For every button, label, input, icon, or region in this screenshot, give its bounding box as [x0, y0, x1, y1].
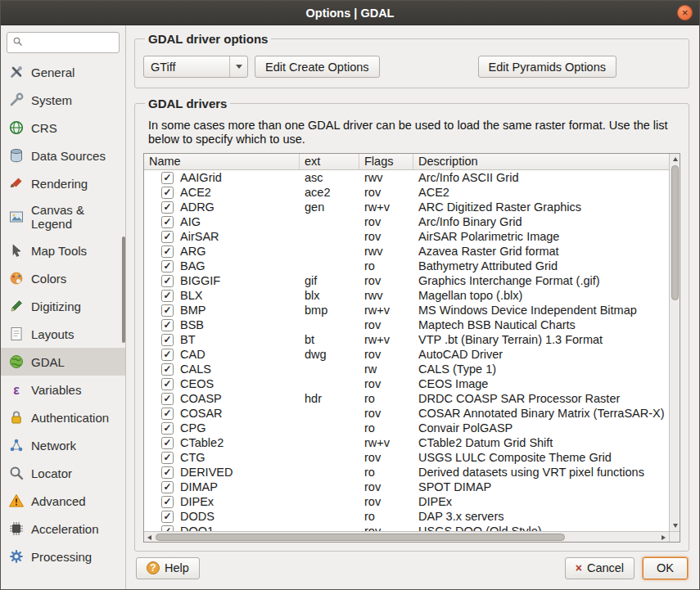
table-row[interactable]: ✓ AIG rov Arc/Info Binary Grid	[144, 214, 669, 229]
horizontal-scrollbar[interactable]	[144, 531, 669, 542]
table-row[interactable]: ✓ CTable2 rw+v CTable2 Datum Grid Shift	[144, 435, 669, 450]
close-icon[interactable]: ×	[677, 5, 693, 20]
sidebar-item-authentication[interactable]: Authentication	[1, 403, 125, 431]
table-row[interactable]: ✓ DIMAP rov SPOT DIMAP	[144, 480, 669, 494]
scroll-down-icon[interactable]	[670, 520, 680, 531]
driver-checkbox[interactable]: ✓	[161, 275, 174, 287]
table-row[interactable]: ✓ ACE2 ace2 rov ACE2	[144, 185, 669, 200]
search-input[interactable]	[27, 37, 114, 49]
column-header-flags[interactable]: Flags	[359, 154, 413, 169]
driver-flags: rov	[359, 215, 413, 228]
driver-checkbox[interactable]: ✓	[161, 260, 174, 272]
cancel-button[interactable]: × Cancel	[565, 557, 635, 579]
driver-name: AIG	[180, 215, 201, 228]
sidebar-item-gdal[interactable]: GDAL	[1, 348, 125, 376]
ok-button[interactable]: OK	[643, 557, 688, 579]
sidebar-item-network[interactable]: Network	[1, 431, 125, 459]
sidebar-item-map-tools[interactable]: Map Tools	[1, 236, 125, 264]
table-row[interactable]: ✓ COSAR rov COSAR Annotated Binary Matri…	[144, 406, 669, 421]
driver-checkbox[interactable]: ✓	[161, 393, 174, 405]
table-row[interactable]: ✓ BMP bmp rw+v MS Windows Device Indepen…	[144, 303, 669, 318]
sidebar-item-canvas-legend[interactable]: Canvas & Legend	[1, 197, 125, 236]
driver-checkbox[interactable]: ✓	[161, 437, 174, 449]
table-row[interactable]: ✓ CEOS rov CEOS Image	[144, 376, 669, 391]
driver-checkbox[interactable]: ✓	[161, 408, 174, 420]
driver-flags: rw+v	[359, 436, 413, 449]
table-row[interactable]: ✓ AirSAR rov AirSAR Polarimetric Image	[144, 229, 669, 244]
sidebar-item-crs[interactable]: CRS	[1, 114, 125, 142]
scroll-up-icon[interactable]	[670, 154, 680, 164]
table-row[interactable]: ✓ DIPEx rov DIPEx	[144, 494, 669, 509]
sidebar-item-system[interactable]: System	[1, 86, 125, 114]
driver-checkbox[interactable]: ✓	[161, 334, 174, 346]
table-row[interactable]: ✓ CPG ro Convair PolGASP	[144, 421, 669, 435]
sidebar-item-general[interactable]: General	[1, 58, 125, 86]
driver-checkbox[interactable]: ✓	[161, 511, 174, 523]
table-row[interactable]: ✓ CTG rov USGS LULC Composite Theme Grid	[144, 450, 669, 465]
vertical-scroll-thumb[interactable]	[671, 165, 679, 300]
table-row[interactable]: ✓ CALS rw CALS (Type 1)	[144, 362, 669, 376]
driver-checkbox[interactable]: ✓	[161, 466, 174, 479]
table-row[interactable]: ✓ BT bt rw+v VTP .bt (Binary Terrain) 1.…	[144, 332, 669, 347]
sidebar-item-data-sources[interactable]: Data Sources	[1, 142, 125, 169]
table-row[interactable]: ✓ BAG ro Bathymetry Attributed Grid	[144, 259, 669, 273]
sidebar-search[interactable]	[7, 32, 120, 53]
sidebar-item-processing[interactable]: Processing	[1, 543, 125, 570]
driver-name: COSAR	[180, 407, 223, 420]
table-row[interactable]: ✓ ADRG gen rw+v ARC Digitized Raster Gra…	[144, 200, 669, 214]
edit-pyramids-options-button[interactable]: Edit Pyramids Options	[478, 56, 616, 78]
horizontal-scroll-thumb[interactable]	[156, 534, 565, 541]
driver-description: ACE2	[413, 186, 669, 199]
driver-checkbox[interactable]: ✓	[161, 216, 174, 228]
driver-format-select[interactable]: GTiff	[143, 56, 248, 78]
driver-checkbox[interactable]: ✓	[161, 187, 174, 199]
sidebar-item-locator[interactable]: Locator	[1, 459, 125, 487]
driver-checkbox[interactable]: ✓	[161, 290, 174, 302]
sidebar-item-rendering[interactable]: Rendering	[1, 169, 125, 197]
driver-checkbox[interactable]: ✓	[161, 245, 174, 258]
table-row[interactable]: ✓ CAD dwg rov AutoCAD Driver	[144, 347, 669, 362]
table-row[interactable]: ✓ AAIGrid asc rwv Arc/Info ASCII Grid	[144, 170, 669, 185]
sidebar-item-variables[interactable]: ε Variables	[1, 376, 125, 403]
driver-checkbox[interactable]: ✓	[161, 201, 174, 214]
sidebar-item-advanced[interactable]: Advanced	[1, 487, 125, 515]
driver-checkbox[interactable]: ✓	[161, 378, 174, 390]
sidebar-item-digitizing[interactable]: Digitizing	[1, 292, 125, 320]
driver-checkbox[interactable]: ✓	[161, 231, 174, 243]
driver-checkbox[interactable]: ✓	[161, 319, 174, 331]
gdal-globe-icon	[8, 354, 25, 370]
table-row[interactable]: ✓ BLX blx rwv Magellan topo (.blx)	[144, 288, 669, 303]
column-header-name[interactable]: Name	[144, 154, 300, 169]
column-header-ext[interactable]: ext	[300, 154, 359, 169]
scroll-right-icon[interactable]	[658, 532, 669, 543]
driver-checkbox[interactable]: ✓	[161, 481, 174, 493]
titlebar[interactable]: Options | GDAL ×	[1, 1, 699, 25]
driver-checkbox[interactable]: ✓	[161, 496, 174, 508]
driver-checkbox[interactable]: ✓	[161, 525, 174, 532]
table-row[interactable]: ✓ DERIVED ro Derived datasets using VRT …	[144, 465, 669, 480]
driver-checkbox[interactable]: ✓	[161, 349, 174, 361]
column-header-description[interactable]: Description	[413, 154, 669, 169]
sidebar-scrollbar[interactable]	[122, 236, 125, 343]
vertical-scrollbar[interactable]	[669, 154, 680, 531]
driver-checkbox[interactable]: ✓	[161, 452, 174, 464]
sidebar-item-layouts[interactable]: Layouts	[1, 320, 125, 348]
table-row[interactable]: ✓ BSB rov Maptech BSB Nautical Charts	[144, 318, 669, 332]
sidebar-item-label: System	[31, 93, 122, 107]
edit-create-options-button[interactable]: Edit Create Options	[255, 56, 380, 78]
driver-checkbox[interactable]: ✓	[161, 422, 174, 435]
driver-checkbox[interactable]: ✓	[161, 304, 174, 317]
help-button[interactable]: ? Help	[136, 557, 200, 579]
driver-checkbox[interactable]: ✓	[161, 172, 174, 184]
paintbrush-icon	[8, 175, 25, 191]
table-row[interactable]: ✓ COASP hdr ro DRDC COASP SAR Processor …	[144, 391, 669, 406]
table-row[interactable]: ✓ DOQ1 rov USGS DOQ (Old Style)	[144, 524, 669, 531]
driver-checkbox[interactable]: ✓	[161, 363, 174, 376]
table-row[interactable]: ✓ DODS ro DAP 3.x servers	[144, 509, 669, 524]
sidebar-item-colors[interactable]: Colors	[1, 264, 125, 292]
tools-icon	[8, 64, 25, 80]
scroll-left-icon[interactable]	[144, 532, 155, 543]
table-row[interactable]: ✓ BIGGIF gif rov Graphics Interchange Fo…	[144, 273, 669, 288]
sidebar-item-acceleration[interactable]: Acceleration	[1, 515, 125, 543]
table-row[interactable]: ✓ ARG rwv Azavea Raster Grid format	[144, 244, 669, 259]
